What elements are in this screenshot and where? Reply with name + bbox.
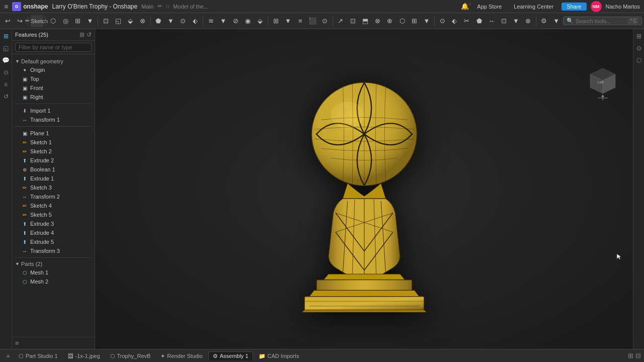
tab-part-studio-1[interactable]: ⬡ Part Studio 1 (14, 351, 62, 360)
feature-filter-input[interactable] (15, 43, 92, 52)
list-item[interactable]: ↔ Transform 3 (12, 246, 95, 255)
comments-sidebar-icon[interactable]: 💬 (1, 55, 11, 65)
tb-btn-34[interactable]: ⬟ (473, 15, 485, 27)
hamburger-icon[interactable]: ≡ (4, 3, 8, 11)
undo-button[interactable]: ↩ (2, 15, 13, 27)
tb-btn-22[interactable]: ⊙ (319, 15, 331, 27)
tb-btn-37[interactable]: ▼ (510, 15, 521, 27)
list-item[interactable]: ⬡ Mesh 1 (12, 268, 95, 277)
list-item[interactable]: ⬆ Extrude 2 (12, 156, 95, 165)
tb-btn-12[interactable]: ⬖ (190, 15, 201, 27)
tb-btn-5[interactable]: ⊡ (100, 15, 111, 27)
properties-icon[interactable]: ≡ (15, 339, 19, 347)
tb-btn-18[interactable]: ⊞ (270, 15, 281, 27)
list-item[interactable]: ⬆ Extrude 4 (12, 228, 95, 237)
tb-btn-30[interactable]: ▼ (421, 15, 432, 27)
tb-btn-24[interactable]: ⊡ (347, 15, 358, 27)
tb-btn-3[interactable]: ⊞ (72, 15, 83, 27)
settings-button[interactable]: ⚙ (538, 15, 549, 27)
right-icon-2[interactable]: ⊙ (634, 43, 644, 53)
tb-btn-17[interactable]: ⬙ (255, 15, 266, 27)
tb-btn-9[interactable]: ⬟ (153, 15, 164, 27)
list-item[interactable]: ⊕ Boolean 1 (12, 165, 95, 174)
tb-btn-36[interactable]: ⊡ (498, 15, 509, 27)
list-item[interactable]: ▣ Front (12, 83, 95, 93)
tb-btn-32[interactable]: ⬖ (449, 15, 460, 27)
tb-btn-10[interactable]: ▼ (165, 15, 176, 27)
parts-sidebar-icon[interactable]: ◱ (1, 43, 11, 53)
tab-image[interactable]: 🖼 -1x-1.jpeg (63, 351, 105, 360)
default-geometry-header[interactable]: ▼ Default geometry (12, 57, 95, 65)
list-item[interactable]: ⬆ Extrude 1 (12, 174, 95, 183)
list-item[interactable]: ▣ Plane 1 (12, 129, 95, 138)
tb-btn-7[interactable]: ⬙ (125, 15, 136, 27)
list-item[interactable]: ✏ Sketch 3 (12, 183, 95, 192)
list-item[interactable]: ✏ Sketch 4 (12, 201, 95, 210)
variables-sidebar-icon[interactable]: ≡ (1, 79, 11, 89)
tb-btn-4[interactable]: ▼ (85, 15, 96, 27)
features-sidebar-icon[interactable]: ⊞ (1, 31, 11, 41)
list-item[interactable]: ⬡ Mesh 2 (12, 277, 95, 286)
tb-btn-21[interactable]: ⬛ (307, 15, 318, 27)
list-item[interactable]: ▣ Right (12, 93, 95, 102)
navigation-cube[interactable]: Left (583, 64, 623, 105)
list-item[interactable]: ✏ Sketch 5 (12, 210, 95, 219)
tb-btn-25[interactable]: ⬒ (360, 15, 371, 27)
history-sidebar-icon[interactable]: ↺ (1, 92, 11, 102)
tab-render-studio[interactable]: ✦ Render Studio (156, 351, 207, 360)
tb-btn-14[interactable]: ▼ (217, 15, 228, 27)
sketch-button[interactable]: ✏ Sketch (30, 15, 43, 27)
tb-btn-39[interactable]: ▼ (550, 15, 561, 27)
bell-icon[interactable]: 🔔1 (461, 3, 469, 10)
mates-sidebar-icon[interactable]: ⊙ (1, 67, 11, 77)
bottom-icon-2[interactable]: ⊟ (635, 352, 641, 359)
list-item[interactable]: ↔ Transform 1 (12, 115, 95, 124)
tb-btn-23[interactable]: ↗ (335, 15, 346, 27)
panel-expand-icon[interactable]: ⊞ (79, 31, 85, 38)
tab-cad-imports[interactable]: 📁 CAD Imports (254, 351, 304, 360)
right-icon-3[interactable]: ⬡ (634, 55, 644, 65)
tb-btn-15[interactable]: ⊘ (230, 15, 241, 27)
app-store-button[interactable]: App Store (473, 3, 506, 11)
tb-btn-1[interactable]: ⬡ (48, 15, 59, 27)
tb-btn-31[interactable]: ⊙ (437, 15, 448, 27)
tb-btn-28[interactable]: ⬡ (396, 15, 408, 27)
tb-btn-27[interactable]: ⊕ (384, 15, 395, 27)
tab-trophy-revb[interactable]: ⬡ Trophy_RevB (106, 351, 155, 360)
learning-center-button[interactable]: Learning Center (510, 3, 557, 11)
list-item[interactable]: ↔ Transform 2 (12, 192, 95, 201)
list-item[interactable]: ⬆ Extrude 5 (12, 237, 95, 246)
parts-header[interactable]: ▼ Parts (2) (12, 260, 95, 268)
list-item[interactable]: ✏ Sketch 1 (12, 138, 95, 147)
redo-button[interactable]: ↪ (14, 15, 25, 27)
list-item[interactable]: ✏ Sketch 2 (12, 147, 95, 156)
share-button[interactable]: Share (561, 3, 586, 11)
tb-btn-6[interactable]: ◱ (112, 15, 123, 27)
tb-btn-11[interactable]: ⊙ (177, 15, 188, 27)
tb-btn-26[interactable]: ⊗ (372, 15, 383, 27)
tab-assembly-1[interactable]: ⚙ Assembly 1 (208, 351, 253, 360)
tb-btn-38[interactable]: ⊗ (523, 15, 534, 27)
svg-rect-12 (316, 280, 412, 291)
tb-btn-19[interactable]: ▼ (282, 15, 293, 27)
tb-btn-13[interactable]: ≋ (205, 15, 216, 27)
avatar[interactable]: NM (591, 1, 602, 12)
add-tab-button[interactable]: + (3, 351, 13, 361)
list-item[interactable]: ⬇ Import 1 (12, 106, 95, 115)
tb-btn-2[interactable]: ◎ (60, 15, 71, 27)
tb-btn-35[interactable]: ↔ (486, 15, 497, 27)
tb-btn-33[interactable]: ✂ (461, 15, 472, 27)
right-icon-1[interactable]: ⊞ (634, 31, 644, 41)
tb-btn-16[interactable]: ◉ (242, 15, 253, 27)
viewport[interactable]: Left (95, 29, 633, 349)
tb-btn-29[interactable]: ⊞ (409, 15, 420, 27)
list-item[interactable]: ✦ Origin (12, 65, 95, 74)
panel-refresh-icon[interactable]: ↺ (87, 31, 92, 38)
search-tools-input[interactable] (576, 18, 626, 24)
edit-icon[interactable]: ✏ (157, 3, 162, 10)
list-item[interactable]: ⬆ Extrude 3 (12, 219, 95, 228)
tb-btn-8[interactable]: ⊗ (137, 15, 148, 27)
list-item[interactable]: ▣ Top (12, 74, 95, 83)
tb-btn-20[interactable]: ≡ (295, 15, 306, 27)
bottom-icon-1[interactable]: ⊞ (628, 352, 633, 359)
